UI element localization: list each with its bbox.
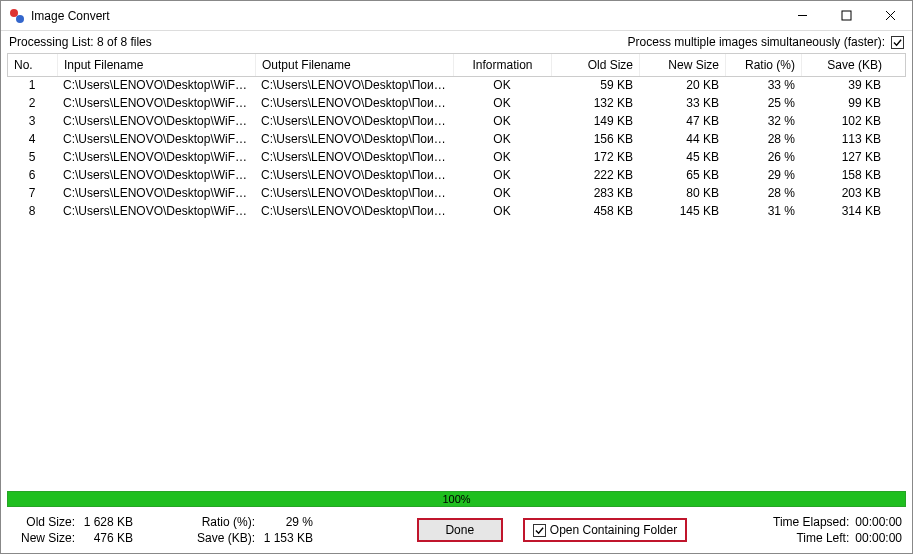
cell-info: OK [453, 167, 551, 185]
cell-output: C:\Users\LENOVO\Desktop\Поиск\Ф... [255, 95, 453, 113]
cell-output: C:\Users\LENOVO\Desktop\Поиск\Ф... [255, 77, 453, 95]
cell-save: 113 KB [801, 131, 887, 149]
table-row[interactable]: 4C:\Users\LENOVO\Desktop\WiFiGiD...C:\Us… [7, 131, 906, 149]
footer: Old Size: 1 628 KB Ratio (%): 29 % New S… [1, 511, 912, 553]
cell-new: 145 KB [639, 203, 725, 221]
cell-input: C:\Users\LENOVO\Desktop\WiFiGiD... [57, 185, 255, 203]
cell-info: OK [453, 113, 551, 131]
cell-input: C:\Users\LENOVO\Desktop\WiFiGiD... [57, 149, 255, 167]
table-header: No. Input Filename Output Filename Infor… [7, 53, 906, 77]
cell-ratio: 25 % [725, 95, 801, 113]
cell-ratio: 28 % [725, 131, 801, 149]
progress-bar: 100% [7, 491, 906, 507]
cell-save: 203 KB [801, 185, 887, 203]
cell-save: 158 KB [801, 167, 887, 185]
column-header-new[interactable]: New Size [640, 54, 726, 76]
open-containing-folder[interactable]: Open Containing Folder [523, 518, 687, 542]
cell-new: 47 KB [639, 113, 725, 131]
cell-save: 99 KB [801, 95, 887, 113]
cell-old: 222 KB [551, 167, 639, 185]
cell-old: 149 KB [551, 113, 639, 131]
column-header-save[interactable]: Save (KB) [802, 54, 888, 76]
cell-input: C:\Users\LENOVO\Desktop\WiFiGiD... [57, 95, 255, 113]
cell-save: 314 KB [801, 203, 887, 221]
footer-times: Time Elapsed: 00:00:00 Time Left: 00:00:… [773, 515, 902, 545]
cell-ratio: 33 % [725, 77, 801, 95]
cell-input: C:\Users\LENOVO\Desktop\WiFiGiD... [57, 113, 255, 131]
table-row[interactable]: 5C:\Users\LENOVO\Desktop\WiFiGiD...C:\Us… [7, 149, 906, 167]
cell-input: C:\Users\LENOVO\Desktop\WiFiGiD... [57, 203, 255, 221]
cell-old: 59 KB [551, 77, 639, 95]
time-elapsed-value: 00:00:00 [855, 515, 902, 529]
image-convert-window: Image Convert Processing List: 8 of 8 fi… [0, 0, 913, 554]
table-row[interactable]: 7C:\Users\LENOVO\Desktop\WiFiGiD...C:\Us… [7, 185, 906, 203]
column-header-output[interactable]: Output Filename [256, 54, 454, 76]
cell-output: C:\Users\LENOVO\Desktop\Поиск\Ф... [255, 185, 453, 203]
table-row[interactable]: 8C:\Users\LENOVO\Desktop\WiFiGiD...C:\Us… [7, 203, 906, 221]
new-size-value: 476 KB [81, 531, 151, 545]
cell-no: 5 [7, 149, 57, 167]
cell-old: 156 KB [551, 131, 639, 149]
minimize-button[interactable] [780, 1, 824, 31]
column-header-info[interactable]: Information [454, 54, 552, 76]
cell-old: 458 KB [551, 203, 639, 221]
save-kb-label: Save (KB): [191, 531, 261, 545]
time-left-value: 00:00:00 [855, 531, 902, 545]
table-body: 1C:\Users\LENOVO\Desktop\WiFiGiD...C:\Us… [7, 77, 906, 221]
done-button-label: Done [445, 523, 474, 537]
cell-no: 8 [7, 203, 57, 221]
footer-center: Done Open Containing Folder [331, 518, 773, 542]
cell-output: C:\Users\LENOVO\Desktop\Поиск\Ф... [255, 203, 453, 221]
done-button[interactable]: Done [417, 518, 503, 542]
cell-output: C:\Users\LENOVO\Desktop\Поиск\Ф... [255, 167, 453, 185]
cell-old: 172 KB [551, 149, 639, 167]
time-elapsed-label: Time Elapsed: [773, 515, 849, 529]
cell-new: 33 KB [639, 95, 725, 113]
old-size-label: Old Size: [11, 515, 81, 529]
table-row[interactable]: 2C:\Users\LENOVO\Desktop\WiFiGiD...C:\Us… [7, 95, 906, 113]
cell-no: 2 [7, 95, 57, 113]
cell-input: C:\Users\LENOVO\Desktop\WiFiGiD... [57, 77, 255, 95]
footer-stats: Old Size: 1 628 KB Ratio (%): 29 % New S… [11, 515, 331, 545]
ratio-label: Ratio (%): [191, 515, 261, 529]
table-row[interactable]: 6C:\Users\LENOVO\Desktop\WiFiGiD...C:\Us… [7, 167, 906, 185]
parallel-processing-checkbox[interactable] [891, 36, 904, 49]
new-size-label: New Size: [11, 531, 81, 545]
table-row[interactable]: 1C:\Users\LENOVO\Desktop\WiFiGiD...C:\Us… [7, 77, 906, 95]
cell-info: OK [453, 95, 551, 113]
results-table: No. Input Filename Output Filename Infor… [1, 53, 912, 489]
cell-info: OK [453, 149, 551, 167]
cell-ratio: 32 % [725, 113, 801, 131]
cell-info: OK [453, 77, 551, 95]
cell-new: 45 KB [639, 149, 725, 167]
cell-new: 44 KB [639, 131, 725, 149]
column-header-old[interactable]: Old Size [552, 54, 640, 76]
cell-input: C:\Users\LENOVO\Desktop\WiFiGiD... [57, 167, 255, 185]
cell-output: C:\Users\LENOVO\Desktop\Поиск\Ф... [255, 113, 453, 131]
open-containing-folder-checkbox[interactable] [533, 524, 546, 537]
cell-info: OK [453, 203, 551, 221]
cell-no: 3 [7, 113, 57, 131]
cell-save: 39 KB [801, 77, 887, 95]
cell-new: 80 KB [639, 185, 725, 203]
column-header-ratio[interactable]: Ratio (%) [726, 54, 802, 76]
cell-info: OK [453, 131, 551, 149]
column-header-input[interactable]: Input Filename [58, 54, 256, 76]
maximize-button[interactable] [824, 1, 868, 31]
column-header-no[interactable]: No. [8, 54, 58, 76]
table-row[interactable]: 3C:\Users\LENOVO\Desktop\WiFiGiD...C:\Us… [7, 113, 906, 131]
cell-old: 283 KB [551, 185, 639, 203]
cell-no: 4 [7, 131, 57, 149]
window-title: Image Convert [31, 9, 780, 23]
window-controls [780, 1, 912, 31]
cell-ratio: 26 % [725, 149, 801, 167]
cell-no: 6 [7, 167, 57, 185]
cell-ratio: 28 % [725, 185, 801, 203]
cell-old: 132 KB [551, 95, 639, 113]
close-button[interactable] [868, 1, 912, 31]
old-size-value: 1 628 KB [81, 515, 151, 529]
cell-ratio: 29 % [725, 167, 801, 185]
processing-list-label: Processing List: 8 of 8 files [9, 35, 152, 49]
parallel-processing-label: Process multiple images simultaneously (… [628, 35, 885, 49]
cell-new: 20 KB [639, 77, 725, 95]
